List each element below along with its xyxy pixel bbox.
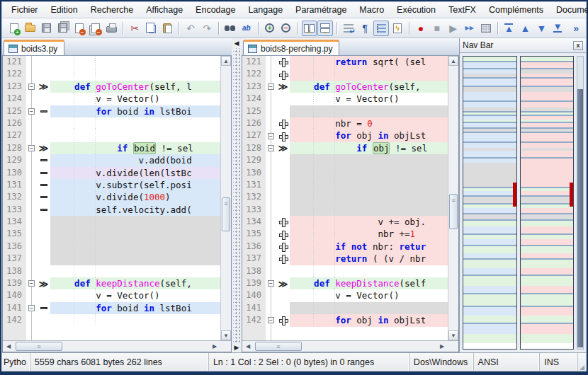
code-line[interactable]: 142 [3,314,220,326]
run-macro-multiple-times-icon[interactable]: ▶▶ [462,21,477,36]
playback-icon[interactable]: ▶ [446,21,461,36]
horizontal-scrollbar[interactable]: ◀ ≡ ▶ [3,340,231,352]
code-line[interactable]: 121 [3,56,220,68]
menu-item-excution[interactable]: Exécution [390,4,442,16]
code-line[interactable]: 141 [242,302,448,314]
code-line[interactable]: 129 [242,154,448,166]
doc-switch-left-icon[interactable]: ◀ [234,40,239,47]
fold-collapse-icon[interactable] [268,280,274,287]
find-icon[interactable] [222,21,238,36]
fold-collapse-icon[interactable] [28,108,35,115]
function-list-icon[interactable] [390,21,405,36]
menu-item-macro[interactable]: Macro [353,4,390,16]
pane-splitter[interactable]: ◀ ▶ [232,38,242,352]
code-editor-left[interactable]: 121122123 def goToCenter(self, l124 v = … [3,56,231,340]
code-line[interactable]: 133 self.velocity.add( [3,204,220,216]
replace-icon[interactable]: ab [239,21,254,36]
undo-icon[interactable]: ↶ [183,21,198,36]
code-line[interactable]: 128 if boid != sel [3,142,220,154]
menu-item-recherche[interactable]: Recherche [84,4,140,16]
scroll-thumb[interactable] [222,197,230,231]
last-difference-icon[interactable] [550,21,565,36]
menu-item-encodage[interactable]: Encodage [189,4,242,16]
show-all-characters-icon[interactable]: ¶ [357,21,373,36]
code-line[interactable]: 122 [242,68,448,80]
fold-collapse-icon[interactable] [268,317,274,323]
scroll-thumb[interactable] [577,89,583,347]
fold-collapse-icon[interactable] [268,145,274,151]
code-line[interactable]: 140 v = Vector() [242,289,448,301]
menu-item-langage[interactable]: Langage [242,4,289,16]
previous-difference-icon[interactable]: ▲ [517,21,533,36]
doc-switch-right-icon[interactable]: ▶ [234,344,239,351]
cut-icon[interactable]: ✂ [127,21,142,36]
code-line[interactable]: 123 def goToCenter(self, l [3,81,220,93]
save-all-icon[interactable] [55,21,71,36]
save-file-icon[interactable] [39,21,55,36]
fold-collapse-icon[interactable] [268,133,274,139]
code-line[interactable]: 127 for obj in objLst [242,129,448,142]
zoom-out-icon[interactable] [278,21,294,36]
code-line[interactable]: 141 for boid in lstBoi [3,302,220,314]
code-line[interactable]: 132 v.divide(1000) [3,191,220,203]
code-line[interactable]: 125 [242,105,448,117]
code-line[interactable]: 133 [242,204,448,216]
next-difference-icon[interactable]: ▼ [533,21,549,36]
close-all-icon[interactable] [88,21,103,36]
status-typing-mode[interactable]: INS [540,353,578,371]
tab-boids8-perching[interactable]: boids8-perching.py [243,40,339,55]
resize-grip[interactable]: ◢ [578,353,586,371]
scroll-left-icon[interactable]: ◀ [3,341,14,352]
code-line[interactable]: 134 [3,216,220,228]
scroll-thumb[interactable]: ≡ [255,342,302,351]
toolbar-overflow-icon[interactable]: » [566,21,582,36]
fold-collapse-icon[interactable] [28,280,35,287]
menu-item-textfx[interactable]: TextFX [442,4,482,16]
code-line[interactable]: 139 def keepDistance(self, [3,277,220,289]
code-line[interactable]: 138 [3,265,220,277]
code-line[interactable]: 140 v = Vector() [3,289,220,301]
print-icon[interactable] [104,21,120,36]
close-file-icon[interactable] [72,21,87,36]
code-line[interactable]: 135 nbr +=1 [242,228,448,240]
code-line[interactable]: 142 for obj in objLst [242,314,448,326]
code-line[interactable]: 121 return sqrt( (sel [242,56,448,68]
fold-collapse-icon[interactable] [28,83,35,90]
scroll-thumb[interactable]: ≡ [16,342,62,351]
horizontal-scrollbar[interactable]: ◀ ≡ ▶ [242,340,458,352]
code-line[interactable]: 131 [242,179,448,191]
show-indent-guide-icon[interactable] [373,21,389,36]
fold-collapse-icon[interactable] [28,305,35,311]
synchronize-vertical-scrolling-icon[interactable] [302,21,317,36]
code-line[interactable]: 128 if obj != sel [242,142,448,154]
scroll-up-icon[interactable]: ▲ [221,56,231,66]
nav-bar-scrollbar[interactable] [577,56,584,350]
redo-icon[interactable]: ↷ [199,21,215,36]
nav-bar-close-icon[interactable]: x [573,41,583,50]
code-line[interactable]: 135 [3,228,220,240]
code-line[interactable]: 138 [242,265,448,277]
paste-icon[interactable] [159,21,175,36]
word-wrap-icon[interactable] [341,21,356,36]
save-recorded-macro-icon[interactable] [478,21,494,36]
menu-item-complments[interactable]: Compléments [482,4,550,16]
code-line[interactable]: 124 v = Vector() [3,93,220,105]
copy-icon[interactable] [143,21,159,36]
vertical-scrollbar[interactable]: ▲ ▼ [448,56,458,340]
splitter-grip[interactable] [233,48,240,342]
code-line[interactable]: 134 v += obj. [242,216,448,228]
code-line[interactable]: 130 [242,167,448,179]
start-recording-icon[interactable]: ● [413,21,429,36]
code-line[interactable]: 132 [242,191,448,203]
code-line[interactable]: 136 [3,241,220,253]
code-line[interactable]: 122 [3,68,220,80]
code-line[interactable]: 127 [3,129,220,142]
first-difference-icon[interactable] [502,21,517,36]
tab-boids3[interactable]: boids3.py [4,40,64,55]
code-line[interactable]: 139 def keepDistance(self [242,277,448,289]
code-line[interactable]: 124 v = Vector() [242,93,448,105]
scroll-down-icon[interactable]: ▼ [448,330,458,340]
status-encoding[interactable]: ANSI [474,353,541,371]
menu-item-documents[interactable]: Documents [550,4,588,16]
zoom-in-icon[interactable] [262,21,278,36]
